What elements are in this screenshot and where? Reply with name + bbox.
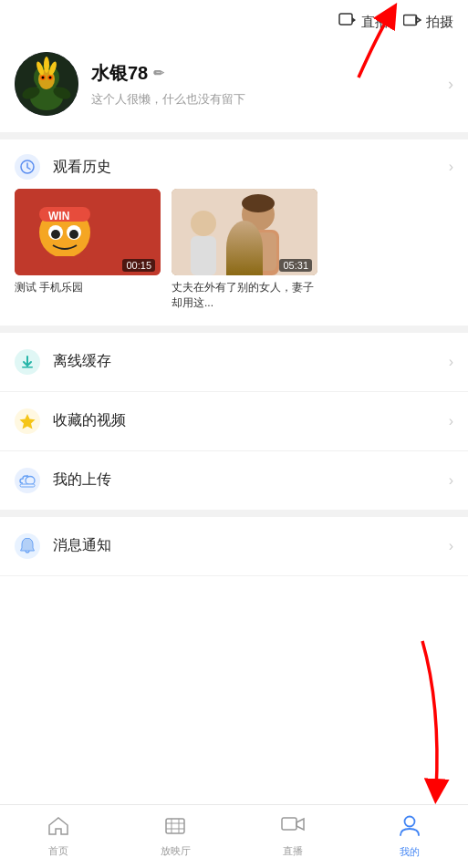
svg-point-27: [69, 230, 78, 239]
nav-item-cinema[interactable]: 放映厅: [117, 809, 234, 865]
svg-point-12: [49, 77, 52, 79]
favorites-label: 收藏的视频: [53, 411, 449, 430]
home-icon: [47, 816, 69, 842]
menu-item-favorites[interactable]: 收藏的视频 ›: [0, 392, 468, 451]
svg-rect-40: [20, 484, 35, 487]
menu-item-offline[interactable]: 离线缓存 ›: [0, 333, 468, 392]
svg-point-39: [26, 476, 35, 484]
mine-icon: [400, 815, 420, 842]
video-1-duration: 00:15: [122, 259, 155, 272]
watch-history-section: 观看历史 › WIN: [0, 140, 468, 333]
video-2-duration: 05:31: [279, 259, 312, 272]
nav-item-home[interactable]: 首页: [0, 809, 117, 865]
svg-point-49: [404, 816, 414, 826]
svg-rect-37: [22, 367, 33, 368]
nav-cinema-label: 放映厅: [161, 844, 191, 858]
profile-section[interactable]: 水银78 ✏ 这个人很懒，什么也没有留下 ›: [0, 41, 468, 140]
video-2-title: 丈夫在外有了别的女人，妻子却用这...: [172, 280, 317, 311]
svg-marker-48: [296, 819, 304, 830]
menu-item-upload[interactable]: 我的上传 ›: [0, 451, 468, 517]
svg-marker-3: [416, 17, 421, 23]
live-label: 直播: [361, 14, 389, 31]
record-icon: [403, 13, 421, 32]
svg-rect-28: [42, 256, 88, 273]
live-button[interactable]: 直播: [338, 13, 389, 32]
edit-icon[interactable]: ✏: [153, 66, 164, 80]
live-icon: [338, 13, 357, 32]
avatar: [15, 52, 78, 116]
watch-history-arrow-icon: ›: [449, 159, 453, 175]
offline-label: 离线缓存: [53, 352, 449, 371]
upload-arrow-icon: ›: [449, 472, 453, 489]
upload-icon: [15, 468, 40, 493]
nav-home-label: 首页: [48, 844, 68, 858]
history-icon: [15, 154, 40, 180]
svg-text:WIN: WIN: [48, 210, 69, 222]
offline-icon: [15, 349, 40, 375]
cinema-icon: [164, 816, 186, 842]
menu-list: 离线缓存 › 收藏的视频 › 我的上传: [0, 333, 468, 576]
username: 水银78: [91, 61, 148, 86]
favorites-arrow-icon: ›: [449, 413, 453, 429]
live-nav-icon: [281, 816, 305, 842]
svg-marker-38: [20, 414, 36, 429]
nav-mine-label: 我的: [400, 845, 420, 859]
svg-point-32: [242, 194, 275, 212]
svg-point-17: [44, 57, 49, 73]
top-bar: 直播 拍摄: [0, 0, 468, 41]
video-thumb-1: WIN 00:15: [15, 189, 161, 275]
video-card-1[interactable]: WIN 00:15 测试 手: [15, 189, 161, 311]
svg-rect-0: [339, 14, 352, 25]
profile-name-row: 水银78 ✏: [91, 61, 448, 86]
video-1-title: 测试 手机乐园: [15, 280, 161, 295]
menu-item-notification[interactable]: 消息通知 ›: [0, 517, 468, 576]
video-thumb-2: 05:31: [172, 189, 317, 275]
record-label: 拍摄: [426, 14, 453, 31]
nav-item-mine[interactable]: 我的: [351, 808, 468, 866]
watch-history-header[interactable]: 观看历史 ›: [0, 140, 468, 189]
svg-rect-34: [240, 232, 276, 271]
svg-point-26: [51, 230, 60, 239]
svg-rect-42: [166, 819, 184, 833]
nav-item-live[interactable]: 直播: [234, 809, 351, 865]
svg-point-11: [42, 77, 45, 79]
svg-rect-47: [282, 818, 296, 830]
offline-arrow-icon: ›: [449, 354, 453, 370]
video-card-2[interactable]: 05:31 丈夫在外有了别的女人，妻子却用这...: [172, 189, 317, 311]
notification-icon: [15, 533, 40, 559]
profile-bio: 这个人很懒，什么也没有留下: [91, 91, 448, 108]
bottom-nav: 首页 放映厅 直播 我的: [0, 804, 468, 868]
profile-info: 水银78 ✏ 这个人很懒，什么也没有留下: [91, 61, 448, 108]
watch-history-title: 观看历史: [53, 158, 449, 177]
notification-arrow-icon: ›: [449, 538, 453, 554]
svg-marker-1: [352, 17, 356, 23]
svg-point-35: [191, 211, 216, 236]
video-grid: WIN 00:15 测试 手: [0, 189, 468, 326]
favorites-icon: [15, 408, 40, 434]
profile-arrow-icon[interactable]: ›: [448, 75, 453, 94]
record-button[interactable]: 拍摄: [403, 13, 453, 32]
nav-live-label: 直播: [283, 844, 303, 858]
notification-label: 消息通知: [53, 536, 449, 555]
upload-label: 我的上传: [53, 470, 449, 490]
svg-rect-36: [191, 236, 216, 275]
svg-rect-2: [404, 16, 417, 26]
